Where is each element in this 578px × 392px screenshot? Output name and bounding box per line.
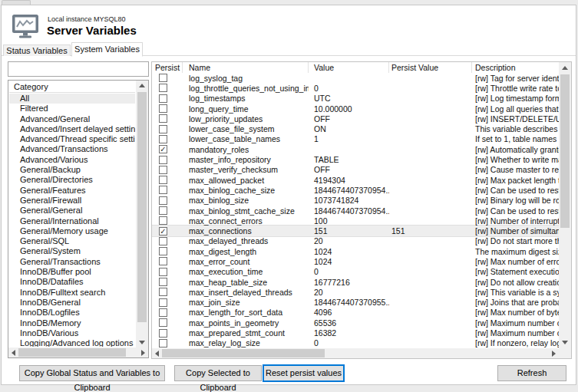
table-row[interactable]: max_join_size1844674407370955...[rw] Joi…	[152, 298, 559, 308]
persist-checkbox[interactable]	[159, 268, 167, 276]
table-row[interactable]: ✓mandatory_roles[rw] Automatically grant…	[152, 144, 559, 154]
category-vertical-scrollbar[interactable]	[136, 81, 148, 348]
table-row[interactable]: max_error_count1024[rw] Max number of er…	[152, 256, 559, 266]
persist-checkbox[interactable]	[159, 339, 167, 348]
scroll-up-icon[interactable]	[137, 81, 147, 91]
table-row[interactable]: max_delayed_threads20[rw] Do not start m…	[152, 236, 559, 246]
persist-checkbox[interactable]	[159, 74, 167, 82]
category-search-input[interactable]	[8, 61, 149, 77]
persist-checkbox[interactable]	[159, 186, 167, 194]
table-row[interactable]: low_priority_updatesOFF[rw] INSERT/DELET…	[152, 114, 559, 124]
category-item[interactable]: General/Transactions	[9, 257, 135, 267]
table-row[interactable]: max_length_for_sort_data4096[rw] Max num…	[152, 308, 559, 318]
persist-checkbox[interactable]	[159, 237, 167, 245]
persist-checkbox[interactable]	[159, 166, 167, 174]
category-item[interactable]: Filtered	[9, 104, 135, 114]
persist-checkbox[interactable]	[159, 114, 167, 123]
column-header-persist[interactable]: Persist	[152, 62, 183, 73]
persist-checkbox[interactable]	[159, 84, 167, 92]
table-row[interactable]: lower_case_file_systemONThis variable de…	[152, 124, 559, 133]
table-row[interactable]: max_insert_delayed_threads20[rw] This va…	[152, 287, 559, 297]
table-row[interactable]: log_throttle_queries_not_using_inde...0[…	[152, 83, 559, 93]
scroll-right-icon[interactable]	[549, 348, 559, 358]
table-row[interactable]: master_verify_checksumOFF[rw] Cause mast…	[152, 165, 559, 175]
persist-checkbox[interactable]	[159, 206, 167, 215]
table-row[interactable]: max_execution_time0[rw] Statement execut…	[152, 267, 559, 277]
category-item[interactable]: Advanced/Transactions	[9, 144, 135, 154]
table-row[interactable]: max_relay_log_size0[rw] If nonzero, rela…	[152, 338, 559, 348]
category-column-header[interactable]: Category	[9, 81, 135, 93]
table-row[interactable]: max_points_in_geometry65536[rw] Maximum …	[152, 318, 559, 328]
table-row[interactable]: master_info_repositoryTABLE[rw] Whether …	[152, 154, 559, 164]
category-item[interactable]: InnoDB/Memory	[9, 318, 135, 328]
table-row[interactable]: max_allowed_packet4194304[rw] Max packet…	[152, 175, 559, 185]
table-row[interactable]: max_digest_length1024The maximum digest …	[152, 246, 559, 256]
persist-checkbox[interactable]	[159, 94, 167, 103]
category-item[interactable]: General/Memory usage	[9, 226, 135, 236]
persist-checkbox[interactable]	[159, 318, 167, 327]
table-row[interactable]: max_connect_errors100[rw] Number of inte…	[152, 216, 559, 226]
persist-checkbox[interactable]	[159, 288, 167, 296]
category-item[interactable]: InnoDB/Various	[9, 328, 135, 338]
persist-checkbox-checked[interactable]: ✓	[159, 227, 167, 236]
refresh-button[interactable]: Refresh	[497, 365, 566, 381]
scrollbar-thumb[interactable]	[560, 74, 570, 228]
category-item[interactable]: General/Firewall	[9, 196, 135, 206]
table-row[interactable]: log_syslog_tag[rw] Tag for server identi…	[152, 73, 559, 83]
column-header-description[interactable]: Description	[472, 62, 560, 73]
category-item[interactable]: General/International	[9, 216, 135, 226]
persist-checkbox[interactable]	[159, 135, 167, 143]
table-row[interactable]: max_binlog_cache_size1844674407370954...…	[152, 185, 559, 195]
scroll-up-icon[interactable]	[560, 63, 570, 73]
table-row[interactable]: lower_case_table_names1If set to 1, tabl…	[152, 134, 559, 144]
table-vertical-scrollbar[interactable]	[559, 62, 571, 348]
scroll-down-icon[interactable]	[560, 338, 570, 348]
category-item[interactable]: Logging/Advanced log options	[9, 338, 135, 347]
category-item[interactable]: General/Backup	[9, 165, 135, 175]
category-item[interactable]: InnoDB/Logfiles	[9, 308, 135, 318]
scroll-left-icon[interactable]	[8, 348, 18, 357]
persist-checkbox[interactable]	[159, 278, 167, 286]
category-item[interactable]: Advanced/General	[9, 114, 135, 124]
table-row[interactable]: log_timestampsUTC[rw] Log timestamp form…	[152, 94, 559, 104]
table-row[interactable]: max_binlog_stmt_cache_size18446744073709…	[152, 206, 559, 216]
copy-global-status-button[interactable]: Copy Global Status and Variables to Clip…	[19, 365, 165, 381]
category-item[interactable]: InnoDB/Datafiles	[9, 277, 135, 287]
category-item[interactable]: General/Features	[9, 186, 135, 196]
category-horizontal-scrollbar[interactable]	[8, 348, 148, 357]
category-item[interactable]: Advanced/Insert delayed settings	[9, 124, 135, 134]
persist-checkbox[interactable]	[159, 104, 167, 113]
scroll-left-icon[interactable]	[152, 348, 162, 358]
copy-selected-button[interactable]: Copy Selected to Clipboard	[174, 365, 262, 381]
category-item[interactable]: InnoDB/General	[9, 298, 135, 308]
category-item[interactable]: Advanced/Thread specific settings	[9, 134, 135, 144]
table-row[interactable]: max_heap_table_size16777216[rw] Do not a…	[152, 277, 559, 287]
category-item[interactable]: InnoDB/Buffer pool	[9, 267, 135, 277]
category-item[interactable]: General/General	[9, 206, 135, 216]
persist-checkbox[interactable]	[159, 308, 167, 317]
column-header-name[interactable]: Name	[183, 62, 309, 73]
persist-checkbox[interactable]	[159, 257, 167, 265]
scrollbar-thumb[interactable]	[162, 349, 325, 357]
persist-checkbox[interactable]	[159, 298, 167, 307]
table-row[interactable]: max_prepared_stmt_count16382[rw] Maximum…	[152, 328, 559, 338]
persist-checkbox-checked[interactable]: ✓	[159, 145, 167, 153]
table-row[interactable]: ✓max_connections151151[rw] Number of sim…	[152, 226, 559, 236]
persist-checkbox[interactable]	[159, 125, 167, 133]
persist-checkbox[interactable]	[159, 196, 167, 205]
tab-status-variables[interactable]: Status Variables	[3, 44, 71, 56]
column-header-value[interactable]: Value	[309, 62, 389, 73]
persist-checkbox[interactable]	[159, 216, 167, 225]
scrollbar-thumb[interactable]	[18, 348, 126, 357]
category-item[interactable]: General/Directories	[9, 175, 135, 185]
table-row[interactable]: max_binlog_size1073741824[rw] Binary log…	[152, 196, 559, 206]
scrollbar-thumb[interactable]	[137, 92, 147, 322]
category-item[interactable]: Advanced/Various	[9, 155, 135, 165]
column-header-persist-value[interactable]: Persist Value	[389, 62, 472, 73]
category-item[interactable]: InnoDB/Fulltext search	[9, 288, 135, 298]
scroll-down-icon[interactable]	[137, 338, 147, 348]
table-horizontal-scrollbar[interactable]	[152, 348, 559, 358]
reset-persist-values-button[interactable]: Reset persist values	[263, 365, 344, 381]
scroll-right-icon[interactable]	[138, 348, 148, 357]
category-item[interactable]: General/System	[9, 246, 135, 256]
